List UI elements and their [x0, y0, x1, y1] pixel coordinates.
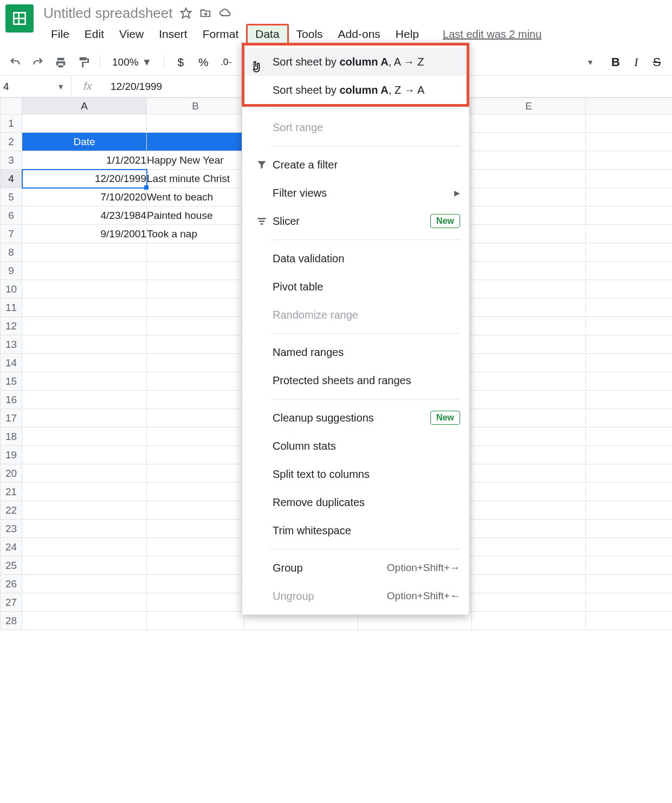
col-header-f[interactable] — [586, 98, 673, 114]
row-header[interactable]: 28 — [1, 612, 22, 630]
row-header[interactable]: 7 — [1, 225, 22, 243]
print-button[interactable] — [51, 53, 70, 72]
row-header[interactable]: 15 — [1, 372, 22, 391]
cell[interactable]: Happy New Year — [147, 151, 244, 170]
row-header[interactable]: 21 — [1, 483, 22, 501]
caret-down-icon: ▼ — [57, 82, 64, 91]
row-header[interactable]: 10 — [1, 280, 22, 299]
cell[interactable]: 1/1/2021 — [22, 151, 147, 170]
col-header-b[interactable]: B — [147, 98, 244, 114]
row-header[interactable]: 12 — [1, 317, 22, 335]
cell[interactable]: 4/23/1984 — [22, 206, 147, 225]
row-header[interactable]: 18 — [1, 428, 22, 446]
cell[interactable]: Went to beach — [147, 188, 244, 206]
last-edit-link[interactable]: Last edit was 2 minu — [443, 28, 541, 41]
menu-slicer[interactable]: Slicer New — [242, 207, 469, 235]
move-icon[interactable] — [199, 7, 211, 19]
cell[interactable]: 9/19/2001 — [22, 225, 147, 243]
redo-button[interactable] — [28, 53, 48, 72]
row-header[interactable]: 25 — [1, 556, 22, 575]
row-header[interactable]: 8 — [1, 243, 22, 262]
paint-format-button[interactable] — [74, 53, 93, 72]
menu-trim-whitespace[interactable]: Trim whitespace — [242, 516, 469, 545]
row-header[interactable]: 4 — [1, 170, 22, 188]
menu-split-text[interactable]: Split text to columns — [242, 460, 469, 488]
row-header[interactable]: 19 — [1, 446, 22, 464]
menu-sort-az[interactable]: Sort sheet by column A, A → Z — [242, 48, 469, 76]
row-header[interactable]: 23 — [1, 520, 22, 538]
menu-data-validation[interactable]: Data validation — [242, 244, 469, 273]
row-header[interactable]: 1 — [1, 114, 22, 133]
select-all-corner[interactable] — [1, 98, 22, 114]
separator — [270, 239, 460, 240]
row-header[interactable]: 13 — [1, 335, 22, 354]
menu-protected[interactable]: Protected sheets and ranges — [242, 366, 469, 394]
row-header[interactable]: 26 — [1, 575, 22, 593]
document-title[interactable]: Untitled spreadsheet — [43, 5, 172, 22]
caret-down-icon[interactable]: ▼ — [586, 58, 594, 67]
separator — [270, 108, 460, 109]
menu-pivot-table[interactable]: Pivot table — [242, 273, 469, 301]
row-header[interactable]: 3 — [1, 151, 22, 170]
cell[interactable]: Painted house — [147, 206, 244, 225]
row-header[interactable]: 5 — [1, 188, 22, 206]
bold-button[interactable]: B — [606, 53, 625, 72]
menu-remove-duplicates[interactable]: Remove duplicates — [242, 488, 469, 516]
percent-button[interactable]: % — [193, 53, 213, 72]
menu-tools[interactable]: Tools — [289, 25, 331, 43]
italic-button[interactable]: I — [626, 53, 646, 72]
col-header-a[interactable]: A — [22, 98, 147, 114]
svg-rect-4 — [258, 218, 266, 219]
cloud-icon[interactable] — [219, 7, 232, 20]
menu-cleanup[interactable]: Cleanup suggestions New — [242, 404, 469, 432]
menu-help[interactable]: Help — [388, 25, 427, 43]
menu-edit[interactable]: Edit — [77, 25, 112, 43]
menu-named-ranges[interactable]: Named ranges — [242, 338, 469, 366]
menu-data[interactable]: Data — [246, 24, 288, 44]
menubar: File Edit View Insert Format Data Tools … — [43, 25, 667, 43]
menu-filter-views[interactable]: Filter views ▶ — [242, 179, 469, 207]
row-header[interactable]: 17 — [1, 409, 22, 428]
star-icon[interactable] — [180, 7, 192, 19]
sheets-logo[interactable] — [5, 4, 34, 33]
new-badge: New — [430, 214, 460, 228]
cell[interactable]: Date — [22, 133, 147, 151]
row-header[interactable]: 20 — [1, 464, 22, 483]
separator — [270, 549, 460, 549]
cell[interactable]: Took a nap — [147, 225, 244, 243]
menu-format[interactable]: Format — [195, 25, 247, 43]
strikethrough-button[interactable]: S — [647, 53, 667, 72]
menu-column-stats[interactable]: Column stats — [242, 432, 469, 460]
row-header[interactable]: 24 — [1, 538, 22, 556]
row-header[interactable]: 11 — [1, 299, 22, 317]
row-header[interactable]: 2 — [1, 133, 22, 151]
separator — [270, 146, 460, 146]
col-header-e[interactable]: E — [472, 98, 586, 114]
cell[interactable]: 7/10/2020 — [22, 188, 147, 206]
menu-file[interactable]: File — [43, 25, 77, 43]
cell-selected[interactable]: 12/20/1999 — [22, 170, 147, 188]
separator — [270, 399, 460, 399]
row-header[interactable]: 14 — [1, 354, 22, 372]
svg-rect-6 — [261, 223, 263, 225]
row-header[interactable]: 16 — [1, 391, 22, 409]
menu-create-filter[interactable]: Create a filter — [242, 151, 469, 179]
menu-addons[interactable]: Add-ons — [331, 25, 388, 43]
cell[interactable]: Last minute Christ — [147, 170, 244, 188]
caret-down-icon: ▼ — [142, 56, 152, 68]
row-header[interactable]: 22 — [1, 501, 22, 520]
menu-view[interactable]: View — [112, 25, 151, 43]
name-box[interactable]: 4 ▼ — [0, 76, 72, 97]
menu-group[interactable]: Group Option+Shift+→ — [242, 554, 469, 582]
zoom-select[interactable]: 100% ▼ — [107, 56, 157, 68]
row-header[interactable]: 6 — [1, 206, 22, 225]
row-header[interactable]: 27 — [1, 593, 22, 612]
cell[interactable] — [147, 133, 244, 151]
menu-sort-za[interactable]: Sort sheet by column A, Z → A — [242, 76, 469, 104]
row-header[interactable]: 9 — [1, 262, 22, 280]
menu-insert[interactable]: Insert — [151, 25, 195, 43]
undo-button[interactable] — [5, 53, 25, 72]
currency-button[interactable]: $ — [171, 53, 190, 72]
svg-rect-5 — [259, 221, 264, 222]
decrease-decimal-button[interactable]: .0_ — [216, 53, 236, 72]
